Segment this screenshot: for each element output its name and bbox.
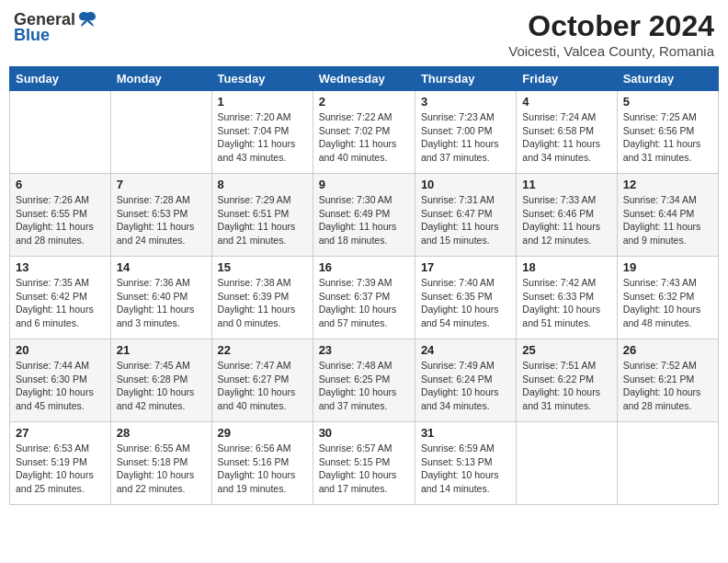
day-cell [10,91,111,174]
day-cell [517,422,617,505]
col-wednesday: Wednesday [313,67,415,91]
day-number: 23 [319,343,409,357]
week-row-4: 20Sunrise: 7:44 AMSunset: 6:30 PMDayligh… [10,339,719,422]
day-cell: 14Sunrise: 7:36 AMSunset: 6:40 PMDayligh… [110,257,211,339]
day-number: 6 [16,178,105,191]
day-detail: Sunrise: 7:48 AMSunset: 6:25 PMDaylight:… [319,359,409,413]
day-cell: 29Sunrise: 6:56 AMSunset: 5:16 PMDayligh… [211,422,313,505]
day-detail: Sunrise: 7:44 AMSunset: 6:30 PMDaylight:… [16,359,105,413]
day-detail: Sunrise: 7:33 AMSunset: 6:46 PMDaylight:… [522,193,610,247]
day-cell: 12Sunrise: 7:34 AMSunset: 6:44 PMDayligh… [617,174,718,257]
day-cell: 21Sunrise: 7:45 AMSunset: 6:28 PMDayligh… [110,339,211,422]
day-number: 12 [623,178,712,191]
day-number: 16 [319,260,409,274]
day-number: 15 [218,260,307,274]
week-row-2: 6Sunrise: 7:26 AMSunset: 6:55 PMDaylight… [10,174,719,257]
day-number: 14 [117,260,206,274]
day-number: 30 [319,426,409,440]
month-title: October 2024 [508,9,714,43]
day-cell: 22Sunrise: 7:47 AMSunset: 6:27 PMDayligh… [211,339,313,422]
day-number: 2 [319,95,409,109]
calendar-table: Sunday Monday Tuesday Wednesday Thursday… [9,66,719,505]
day-cell: 2Sunrise: 7:22 AMSunset: 7:02 PMDaylight… [313,91,415,174]
day-cell: 17Sunrise: 7:40 AMSunset: 6:35 PMDayligh… [415,257,516,339]
day-detail: Sunrise: 7:20 AMSunset: 7:04 PMDaylight:… [218,110,307,165]
day-number: 9 [319,178,409,191]
logo-blue-text: Blue [14,26,50,45]
day-detail: Sunrise: 7:42 AMSunset: 6:33 PMDaylight:… [522,276,610,330]
day-cell: 28Sunrise: 6:55 AMSunset: 5:18 PMDayligh… [110,422,211,505]
day-detail: Sunrise: 7:34 AMSunset: 6:44 PMDaylight:… [623,193,712,247]
day-detail: Sunrise: 7:39 AMSunset: 6:37 PMDaylight:… [319,276,409,330]
day-detail: Sunrise: 6:53 AMSunset: 5:19 PMDaylight:… [16,442,105,496]
day-cell: 24Sunrise: 7:49 AMSunset: 6:24 PMDayligh… [415,339,516,422]
day-detail: Sunrise: 7:38 AMSunset: 6:39 PMDaylight:… [218,276,307,330]
day-number: 3 [421,95,510,109]
day-number: 21 [117,343,206,357]
day-detail: Sunrise: 7:43 AMSunset: 6:32 PMDaylight:… [623,276,712,330]
day-number: 31 [421,426,510,440]
day-number: 7 [117,178,206,191]
day-cell: 3Sunrise: 7:23 AMSunset: 7:00 PMDaylight… [415,91,516,174]
day-detail: Sunrise: 7:24 AMSunset: 6:58 PMDaylight:… [522,110,610,165]
day-detail: Sunrise: 7:30 AMSunset: 6:49 PMDaylight:… [319,193,409,247]
day-detail: Sunrise: 7:47 AMSunset: 6:27 PMDaylight:… [218,359,307,413]
logo: General Blue [14,9,97,45]
page-header: General Blue October 2024 Voicesti, Valc… [9,9,719,59]
day-number: 10 [421,178,510,191]
day-detail: Sunrise: 7:22 AMSunset: 7:02 PMDaylight:… [319,110,409,165]
week-row-5: 27Sunrise: 6:53 AMSunset: 5:19 PMDayligh… [10,422,719,505]
day-detail: Sunrise: 7:45 AMSunset: 6:28 PMDaylight:… [117,359,206,413]
day-cell: 6Sunrise: 7:26 AMSunset: 6:55 PMDaylight… [10,174,111,257]
day-cell [617,422,718,505]
day-detail: Sunrise: 7:26 AMSunset: 6:55 PMDaylight:… [16,193,105,247]
day-detail: Sunrise: 6:56 AMSunset: 5:16 PMDaylight:… [218,442,307,496]
day-detail: Sunrise: 7:28 AMSunset: 6:53 PMDaylight:… [117,193,206,247]
day-cell: 10Sunrise: 7:31 AMSunset: 6:47 PMDayligh… [415,174,516,257]
day-number: 24 [421,343,510,357]
day-detail: Sunrise: 7:52 AMSunset: 6:21 PMDaylight:… [623,359,712,413]
day-cell: 30Sunrise: 6:57 AMSunset: 5:15 PMDayligh… [313,422,415,505]
col-tuesday: Tuesday [211,67,313,91]
day-number: 11 [522,178,610,191]
day-detail: Sunrise: 7:25 AMSunset: 6:56 PMDaylight:… [623,110,712,165]
day-cell: 23Sunrise: 7:48 AMSunset: 6:25 PMDayligh… [313,339,415,422]
day-detail: Sunrise: 7:35 AMSunset: 6:42 PMDaylight:… [16,276,105,330]
day-number: 28 [117,426,206,440]
week-row-3: 13Sunrise: 7:35 AMSunset: 6:42 PMDayligh… [10,257,719,339]
day-cell: 20Sunrise: 7:44 AMSunset: 6:30 PMDayligh… [10,339,111,422]
day-cell: 9Sunrise: 7:30 AMSunset: 6:49 PMDaylight… [313,174,415,257]
day-number: 5 [623,95,712,109]
col-friday: Friday [517,67,617,91]
day-cell: 31Sunrise: 6:59 AMSunset: 5:13 PMDayligh… [415,422,516,505]
day-number: 13 [16,260,105,274]
day-number: 4 [522,95,610,109]
day-cell: 13Sunrise: 7:35 AMSunset: 6:42 PMDayligh… [10,257,111,339]
col-saturday: Saturday [617,67,718,91]
day-detail: Sunrise: 6:57 AMSunset: 5:15 PMDaylight:… [319,442,409,496]
day-number: 20 [16,343,105,357]
day-number: 25 [522,343,610,357]
day-detail: Sunrise: 6:55 AMSunset: 5:18 PMDaylight:… [117,442,206,496]
day-cell: 15Sunrise: 7:38 AMSunset: 6:39 PMDayligh… [211,257,313,339]
day-detail: Sunrise: 7:31 AMSunset: 6:47 PMDaylight:… [421,193,510,247]
day-number: 8 [218,178,307,191]
day-detail: Sunrise: 7:36 AMSunset: 6:40 PMDaylight:… [117,276,206,330]
day-cell: 19Sunrise: 7:43 AMSunset: 6:32 PMDayligh… [617,257,718,339]
col-thursday: Thursday [415,67,516,91]
col-sunday: Sunday [10,67,111,91]
day-number: 17 [421,260,510,274]
day-number: 26 [623,343,712,357]
weekday-header-row: Sunday Monday Tuesday Wednesday Thursday… [10,67,719,91]
week-row-1: 1Sunrise: 7:20 AMSunset: 7:04 PMDaylight… [10,91,719,174]
day-cell: 4Sunrise: 7:24 AMSunset: 6:58 PMDaylight… [517,91,617,174]
day-number: 18 [522,260,610,274]
day-number: 1 [218,95,307,109]
day-cell: 26Sunrise: 7:52 AMSunset: 6:21 PMDayligh… [617,339,718,422]
day-cell [110,91,211,174]
day-cell: 25Sunrise: 7:51 AMSunset: 6:22 PMDayligh… [517,339,617,422]
day-detail: Sunrise: 7:49 AMSunset: 6:24 PMDaylight:… [421,359,510,413]
day-number: 27 [16,426,105,440]
day-cell: 7Sunrise: 7:28 AMSunset: 6:53 PMDaylight… [110,174,211,257]
day-cell: 8Sunrise: 7:29 AMSunset: 6:51 PMDaylight… [211,174,313,257]
